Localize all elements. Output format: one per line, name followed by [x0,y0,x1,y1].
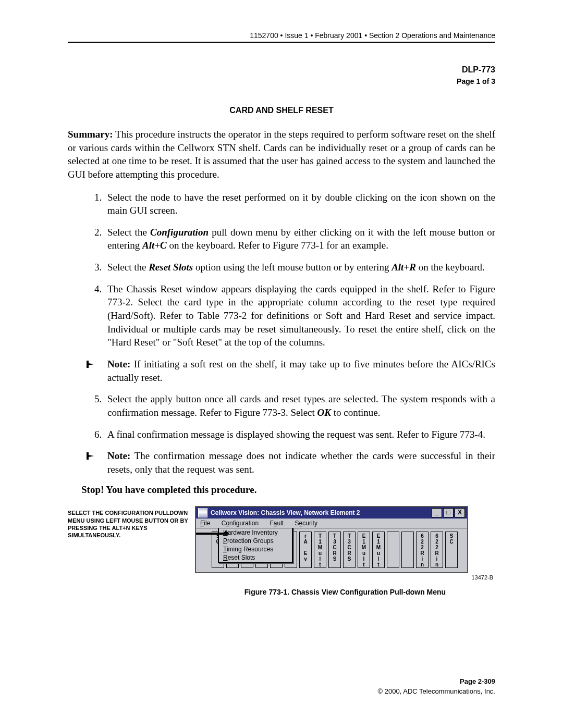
summary-label: Summary: [68,129,113,140]
step-3-text2: option using the left mouse button or by… [193,262,391,273]
step-2-text: Select the [107,227,150,238]
step-5-text: Select the apply button once all cards a… [107,393,495,418]
dlp-block: DLP-773 Page 1 of 3 [68,64,495,87]
step-2-text3: on the keyboard. Refer to Figure 773-1 f… [167,240,388,251]
note-2-text: The confirmation message does not indica… [107,450,495,475]
step-5-text2: to continue. [331,407,380,418]
menu-fault[interactable]: Fault [270,520,284,527]
step-5: Select the apply button once all cards a… [104,392,495,419]
figure-caption: Figure 773-1. Chassis View Configuration… [195,588,495,596]
window-titlebar[interactable]: Cellworx Vision: Chassis View, Network E… [196,507,467,519]
step-4: The Chassis Reset window appears display… [104,282,495,349]
figure-id: 13472-B [195,574,493,581]
figure-callout-text: SELECT THE CONFIGURATION PULLDOWN MENU U… [68,510,188,538]
step-3-text3: on the keyboard. [416,262,485,273]
chassis-workarea: S CC M U XX E Jr A E vT 1 M u l t iT 3 C… [196,528,467,572]
menu-configuration[interactable]: Configuration [222,520,259,527]
menu-file[interactable]: File [200,520,210,527]
note-1: Note: If initiating a soft rest on the s… [85,357,495,384]
dropdown-hardware-inventory[interactable]: Hardware Inventory [219,528,292,537]
configuration-dropdown: Hardware Inventory Protection Groups Tim… [218,528,293,563]
dropdown-protection-groups[interactable]: Protection Groups [219,537,292,545]
dlp-subpage: Page 1 of 3 [68,76,495,87]
minimize-button[interactable]: _ [432,508,442,517]
note-label: Note: [107,359,130,369]
note-label: Note: [107,450,130,461]
slot-card[interactable]: E 1 M u l t i [372,532,385,568]
step-2: Select the Configuration pull down menu … [104,226,495,252]
note-2: Note: The confirmation message does not … [85,449,495,476]
window-title: Cellworx Vision: Chassis View, Network E… [211,509,431,516]
page-footer: Page 2-309 © 2000, ADC Telecommunication… [68,677,495,697]
steps-list-2: Select the apply button once all cards a… [68,392,495,441]
step-3-reset: Reset Slots [149,262,193,273]
step-2-config: Configuration [150,227,209,238]
svg-marker-1 [87,452,94,460]
slot-card[interactable] [387,532,399,568]
svg-marker-0 [87,361,94,368]
summary-text: This procedure instructs the operator in… [68,129,495,180]
footer-copyright: © 2000, ADC Telecommunications, Inc. [68,687,495,697]
step-3-text: Select the [107,262,149,273]
step-1: Select the node to have the reset perfor… [104,191,495,217]
slot-card[interactable]: T 1 M u l t i [314,532,326,568]
document-page: 1152700 • Issue 1 • February 2001 • Sect… [0,0,563,728]
running-header: 1152700 • Issue 1 • February 2001 • Sect… [68,31,495,43]
page-title: CARD AND SHELF RESET [68,106,495,115]
step-6: A final confirmation message is displaye… [104,428,495,441]
stop-line: Stop! You have completed this procedure. [81,484,495,496]
footer-page: Page 2-309 [68,677,495,687]
pointer-icon [85,360,100,369]
steps-list: Select the node to have the reset perfor… [68,191,495,349]
slot-card[interactable]: T 3 C R S [343,532,356,568]
figure-callout: SELECT THE CONFIGURATION PULLDOWN MENU U… [68,506,193,539]
slot-card[interactable]: 6 2 2 R i n [416,532,429,568]
slot-card[interactable]: T 3 C R S [328,532,341,568]
step-5-ok: OK [317,407,331,418]
note-1-text: If initiating a soft rest on the shelf, … [107,359,495,383]
slot-card[interactable]: 6 2 2 R i n [431,532,443,568]
dlp-number: DLP-773 [68,64,495,76]
dropdown-reset-slots[interactable]: Reset Slots [219,553,292,562]
system-menu-icon[interactable] [198,508,207,517]
callout-arrow-icon [196,533,228,535]
slot-card[interactable]: E 1 M u l t i [358,532,370,568]
maximize-button[interactable]: □ [443,508,454,517]
slot-card[interactable]: S C [445,532,458,568]
step-2-shortcut: Alt+C [142,240,167,251]
slot-card[interactable] [401,532,414,568]
summary-paragraph: Summary: This procedure instructs the op… [68,128,495,181]
figure-773-1: SELECT THE CONFIGURATION PULLDOWN MENU U… [68,506,495,596]
chassis-view-window: Cellworx Vision: Chassis View, Network E… [195,506,468,573]
pointer-icon [85,451,100,461]
slot-card[interactable]: r A E v [299,532,312,568]
dropdown-timing-resources[interactable]: Timing Resources [219,545,292,553]
menu-bar: File Configuration Fault Security [196,519,467,528]
step-3: Select the Reset Slots option using the … [104,261,495,274]
step-3-shortcut: Alt+R [391,262,416,273]
close-button[interactable]: X [455,508,465,517]
menu-security[interactable]: Security [295,520,317,527]
